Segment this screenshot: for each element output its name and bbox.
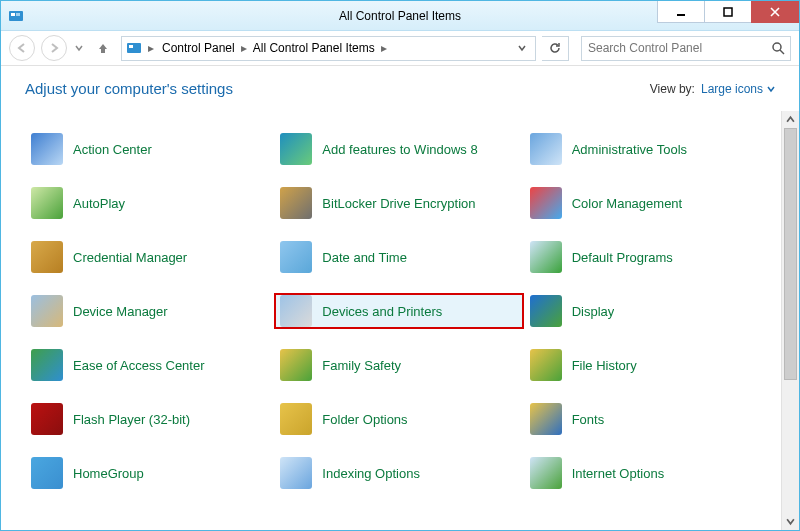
file-history-icon [530, 349, 562, 381]
search-icon[interactable] [770, 40, 786, 56]
tools-icon [530, 133, 562, 165]
chevron-down-icon [767, 85, 775, 93]
control-panel-item[interactable]: Fonts [524, 401, 773, 437]
scroll-down-button[interactable] [782, 513, 799, 530]
control-panel-item[interactable]: Devices and Printers [274, 293, 523, 329]
clock-icon [280, 241, 312, 273]
svg-rect-2 [16, 13, 20, 16]
window-controls [658, 1, 799, 22]
control-panel-item[interactable]: File History [524, 347, 773, 383]
scroll-up-button[interactable] [782, 111, 799, 128]
color-icon [530, 187, 562, 219]
control-panel-item[interactable]: HomeGroup [25, 455, 274, 491]
view-by-dropdown[interactable]: Large icons [701, 82, 775, 96]
forward-button[interactable] [41, 35, 67, 61]
defaults-icon [530, 241, 562, 273]
control-panel-item[interactable]: Credential Manager [25, 239, 274, 275]
display-icon [530, 295, 562, 327]
control-panel-item[interactable]: Color Management [524, 185, 773, 221]
printer-icon [280, 295, 312, 327]
flash-icon [31, 403, 63, 435]
indexing-icon [280, 457, 312, 489]
svg-rect-4 [724, 8, 732, 16]
breadcrumb-current[interactable]: All Control Panel Items [251, 41, 377, 55]
scroll-thumb[interactable] [784, 128, 797, 380]
control-panel-item-label: Date and Time [322, 250, 407, 265]
autoplay-icon [31, 187, 63, 219]
view-by-value: Large icons [701, 82, 763, 96]
control-panel-item-label: Add features to Windows 8 [322, 142, 477, 157]
flag-icon [31, 133, 63, 165]
address-bar[interactable]: ▸ Control Panel ▸ All Control Panel Item… [121, 36, 536, 61]
control-panel-item[interactable]: Administrative Tools [524, 131, 773, 167]
up-button[interactable] [93, 38, 113, 58]
internet-options-icon [530, 457, 562, 489]
close-button[interactable] [751, 1, 799, 23]
control-panel-item-label: Folder Options [322, 412, 407, 427]
minimize-button[interactable] [657, 1, 705, 23]
control-panel-item-label: Indexing Options [322, 466, 420, 481]
control-panel-item-label: HomeGroup [73, 466, 144, 481]
ease-access-icon [31, 349, 63, 381]
refresh-button[interactable] [542, 36, 569, 61]
search-box[interactable] [581, 36, 791, 61]
svg-point-7 [773, 43, 781, 51]
control-panel-item[interactable]: Device Manager [25, 293, 274, 329]
control-panel-item[interactable]: BitLocker Drive Encryption [274, 185, 523, 221]
page-header: Adjust your computer's settings View by:… [1, 66, 799, 105]
control-panel-item[interactable]: Add features to Windows 8 [274, 131, 523, 167]
control-panel-item-label: Color Management [572, 196, 683, 211]
address-dropdown[interactable] [513, 37, 531, 60]
control-panel-grid: Action CenterAdd features to Windows 8Ad… [1, 111, 781, 499]
family-safety-icon [280, 349, 312, 381]
homegroup-icon [31, 457, 63, 489]
control-panel-item[interactable]: Action Center [25, 131, 274, 167]
control-panel-icon [126, 40, 142, 56]
control-panel-item[interactable]: Folder Options [274, 401, 523, 437]
control-panel-item-label: Action Center [73, 142, 152, 157]
control-panel-item-label: Devices and Printers [322, 304, 442, 319]
nav-toolbar: ▸ Control Panel ▸ All Control Panel Item… [1, 31, 799, 66]
svg-rect-3 [677, 14, 685, 16]
control-panel-item[interactable]: Family Safety [274, 347, 523, 383]
control-panel-item-label: Ease of Access Center [73, 358, 205, 373]
control-panel-item[interactable]: Indexing Options [274, 455, 523, 491]
control-panel-item-label: Display [572, 304, 615, 319]
vertical-scrollbar[interactable] [781, 111, 799, 530]
control-panel-item-label: BitLocker Drive Encryption [322, 196, 475, 211]
chevron-right-icon[interactable]: ▸ [379, 41, 389, 55]
chevron-right-icon[interactable]: ▸ [146, 41, 156, 55]
breadcrumb: Control Panel ▸ All Control Panel Items … [160, 41, 509, 55]
fonts-icon [530, 403, 562, 435]
control-panel-item[interactable]: Default Programs [524, 239, 773, 275]
title-bar: All Control Panel Items [1, 1, 799, 31]
control-panel-item[interactable]: Date and Time [274, 239, 523, 275]
search-input[interactable] [586, 40, 770, 56]
control-panel-item[interactable]: Ease of Access Center [25, 347, 274, 383]
control-panel-item[interactable]: Internet Options [524, 455, 773, 491]
vault-icon [31, 241, 63, 273]
back-button[interactable] [9, 35, 35, 61]
content-area: Action CenterAdd features to Windows 8Ad… [1, 111, 799, 530]
control-panel-item-label: Flash Player (32-bit) [73, 412, 190, 427]
svg-rect-1 [11, 13, 15, 16]
control-panel-item[interactable]: Flash Player (32-bit) [25, 401, 274, 437]
page-title: Adjust your computer's settings [25, 80, 233, 97]
control-panel-item-label: Administrative Tools [572, 142, 687, 157]
svg-rect-6 [129, 45, 133, 48]
control-panel-item[interactable]: AutoPlay [25, 185, 274, 221]
control-panel-item-label: Internet Options [572, 466, 665, 481]
control-panel-item-label: Device Manager [73, 304, 168, 319]
control-panel-item-label: File History [572, 358, 637, 373]
chevron-right-icon[interactable]: ▸ [239, 41, 249, 55]
control-panel-item-label: Fonts [572, 412, 605, 427]
history-dropdown[interactable] [73, 36, 85, 60]
scroll-track[interactable] [782, 128, 799, 513]
control-panel-item[interactable]: Display [524, 293, 773, 329]
monitor-plus-icon [280, 133, 312, 165]
maximize-button[interactable] [704, 1, 752, 23]
breadcrumb-root[interactable]: Control Panel [160, 41, 237, 55]
control-panel-item-label: Default Programs [572, 250, 673, 265]
control-panel-item-label: AutoPlay [73, 196, 125, 211]
bitlocker-icon [280, 187, 312, 219]
